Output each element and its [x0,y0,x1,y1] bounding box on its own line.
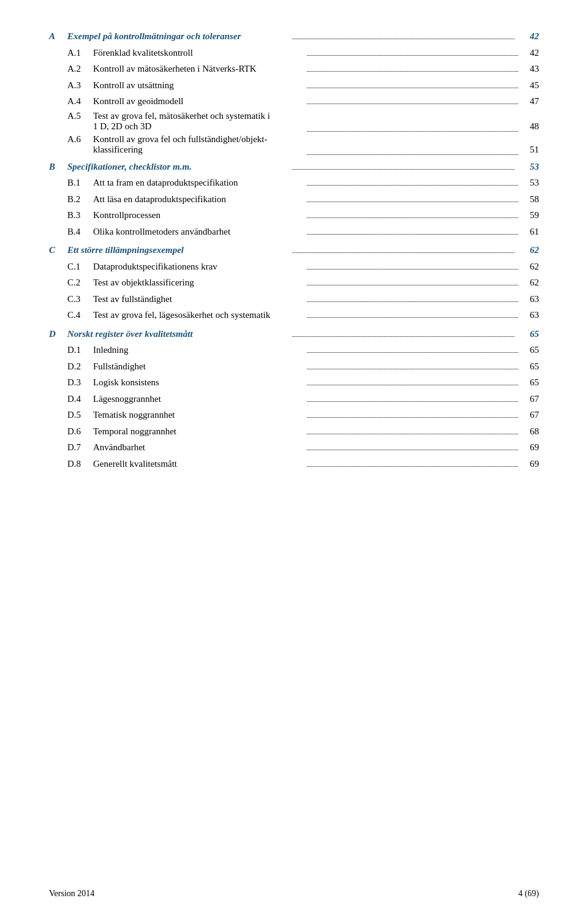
a2-dots [307,71,518,72]
a1-page: 42 [521,46,539,60]
a6-number: A.6 [67,134,93,145]
d2-title: Fullständighet [93,360,304,374]
subsection-a1: A.1 Förenklad kvalitetskontroll 42 [49,46,539,60]
subsection-a5: A.5 Test av grova fel, mätosäkerhet och … [49,111,539,132]
subsection-a6: A.6 Kontroll av grova fel och fullständi… [49,134,539,155]
section-c-page: 62 [517,243,539,257]
b2-title: Att läsa en dataproduktspecifikation [93,192,304,206]
subsection-b3: B.3 Kontrollprocessen 59 [49,208,539,222]
b4-number: B.4 [67,225,93,239]
d8-title: Generellt kvalitetsmått [93,457,304,471]
subsection-a3: A.3 Kontroll av utsättning 45 [49,78,539,92]
a6-title-line1: Kontroll av grova fel och fullständighet… [93,134,268,144]
a2-number: A.2 [67,62,93,76]
section-c-dots [292,252,514,253]
section-d: D Norskt register över kvalitetsmått 65 … [49,327,539,471]
page: A Exempel på kontrollmätningar och toler… [0,0,588,917]
a3-dots [307,88,518,88]
b1-page: 53 [521,176,539,190]
section-c: C Ett större tillämpningsexempel 62 C.1 … [49,243,539,322]
d7-page: 69 [521,440,539,455]
subsection-c4: C.4 Test av grova fel, lägesosäkerhet oc… [49,308,539,322]
subsection-c2: C.2 Test av objektklassificering 62 [49,276,539,290]
section-d-letter: D [49,327,67,341]
a1-number: A.1 [67,46,93,60]
d6-number: D.6 [67,425,93,439]
a4-dots [307,104,518,104]
subsection-d6: D.6 Temporal noggrannhet 68 [49,425,539,439]
a6-page: 51 [521,145,539,155]
a5-page: 48 [521,121,539,132]
d2-number: D.2 [67,360,93,374]
subsection-d1: D.1 Inledning 65 [49,343,539,357]
b3-title: Kontrollprocessen [93,208,304,222]
a5-title-line1: Test av grova fel, mätosäkerhet och syst… [93,111,270,121]
b3-page: 59 [521,208,539,222]
section-a-header: A Exempel på kontrollmätningar och toler… [49,29,539,43]
a6-title-line2: klassificering [93,145,143,154]
d7-dots [307,450,518,450]
section-b-dots [292,169,514,170]
b2-number: B.2 [67,192,93,206]
section-a-page: 42 [517,29,539,43]
d5-page: 67 [521,408,539,422]
a3-number: A.3 [67,78,93,92]
a2-page: 43 [521,62,539,76]
subsection-d5: D.5 Tematisk noggrannhet 67 [49,408,539,422]
b4-title: Olika kontrollmetoders användbarhet [93,225,304,239]
subsection-d2: D.2 Fullständighet 65 [49,360,539,374]
d3-title: Logisk konsistens [93,375,304,390]
c2-number: C.2 [67,276,93,290]
b1-number: B.1 [67,176,93,190]
section-c-header: C Ett större tillämpningsexempel 62 [49,243,539,257]
d5-number: D.5 [67,408,93,422]
a2-title: Kontroll av mätosäkerheten i Nätverks-RT… [93,62,304,76]
a4-number: A.4 [67,94,93,108]
a3-title: Kontroll av utsättning [93,78,304,92]
c4-title: Test av grova fel, lägesosäkerhet och sy… [93,308,304,322]
section-c-title: Ett större tillämpningsexempel [67,243,290,257]
subsection-b2: B.2 Att läsa en dataproduktspecifikation… [49,192,539,206]
d8-number: D.8 [67,457,93,471]
c2-title: Test av objektklassificering [93,276,304,290]
b2-page: 58 [521,192,539,206]
d1-number: D.1 [67,343,93,357]
b4-dots [307,234,518,235]
section-a-dots [292,39,514,39]
section-b-header: B Specifikationer, checklistor m.m. 53 [49,160,539,174]
d2-page: 65 [521,360,539,374]
d1-title: Inledning [93,343,304,357]
subsection-b4: B.4 Olika kontrollmetoders användbarhet … [49,225,539,239]
subsection-a4: A.4 Kontroll av geoidmodell 47 [49,94,539,108]
b1-dots [307,185,518,186]
section-b-letter: B [49,160,67,174]
c4-page: 63 [521,308,539,322]
d4-title: Lägesnoggrannhet [93,392,304,406]
d8-page: 69 [521,457,539,471]
c1-title: Dataproduktspecifikationens krav [93,260,304,274]
subsection-c3: C.3 Test av fullständighet 63 [49,292,539,306]
d6-title: Temporal noggrannhet [93,425,304,439]
d5-title: Tematisk noggrannhet [93,408,304,422]
d5-dots [307,417,518,418]
a5-title: Test av grova fel, mätosäkerhet och syst… [93,111,304,132]
a1-dots [307,55,518,56]
d3-page: 65 [521,375,539,390]
section-d-page: 65 [517,327,539,341]
subsection-d3: D.3 Logisk konsistens 65 [49,375,539,390]
a6-dots [307,154,518,155]
a5-dots [307,131,518,132]
d8-dots [307,466,518,467]
section-b: B Specifikationer, checklistor m.m. 53 B… [49,160,539,239]
section-d-header: D Norskt register över kvalitetsmått 65 [49,327,539,341]
d4-dots [307,401,518,402]
a4-page: 47 [521,94,539,108]
subsection-d4: D.4 Lägesnoggrannhet 67 [49,392,539,406]
section-a-letter: A [49,29,67,43]
d7-title: Användbarhet [93,440,304,455]
section-a-title: Exempel på kontrollmätningar och toleran… [67,29,290,43]
c3-number: C.3 [67,292,93,306]
d7-number: D.7 [67,440,93,455]
subsection-d7: D.7 Användbarhet 69 [49,440,539,455]
footer-page-info: 4 (69) [518,889,539,899]
